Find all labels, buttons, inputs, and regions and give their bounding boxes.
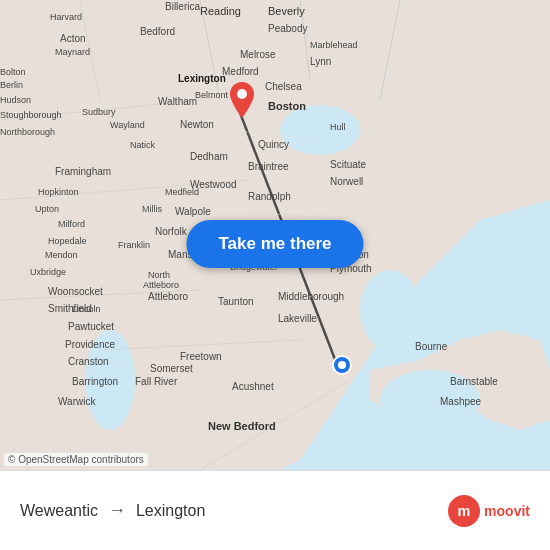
svg-text:Billerica: Billerica: [165, 1, 200, 12]
route-info: Weweantic → Lexington: [20, 500, 205, 521]
svg-text:Natick: Natick: [130, 140, 156, 150]
svg-text:Upton: Upton: [35, 204, 59, 214]
svg-text:Stoughborough: Stoughborough: [0, 110, 62, 120]
svg-text:Braintree: Braintree: [248, 161, 289, 172]
svg-text:Harvard: Harvard: [50, 12, 82, 22]
svg-text:Acton: Acton: [60, 33, 86, 44]
svg-text:Walpole: Walpole: [175, 206, 211, 217]
svg-text:Attleboro: Attleboro: [148, 291, 188, 302]
take-me-there-button[interactable]: Take me there: [186, 220, 363, 268]
svg-text:Lexington: Lexington: [178, 73, 226, 84]
svg-text:Marblehead: Marblehead: [310, 40, 358, 50]
moovit-text-label: moovit: [484, 503, 530, 519]
svg-text:Mashpee: Mashpee: [440, 396, 482, 407]
svg-text:Attleboro: Attleboro: [143, 280, 179, 290]
svg-text:m: m: [458, 502, 471, 518]
destination-label: Lexington: [136, 502, 205, 520]
svg-text:New Bedford: New Bedford: [208, 420, 276, 432]
svg-text:Middleborough: Middleborough: [278, 291, 344, 302]
svg-text:Northborough: Northborough: [0, 127, 55, 137]
svg-text:Boston: Boston: [268, 100, 306, 112]
svg-text:Mendon: Mendon: [45, 250, 78, 260]
svg-text:Fall River: Fall River: [135, 376, 178, 387]
svg-point-5: [360, 270, 420, 350]
svg-text:Lincoln: Lincoln: [72, 304, 101, 314]
svg-text:Hudson: Hudson: [0, 95, 31, 105]
svg-text:Quincy: Quincy: [258, 139, 289, 150]
svg-text:Randolph: Randolph: [248, 191, 291, 202]
reading-label: Reading: [200, 5, 241, 17]
svg-text:Bourne: Bourne: [415, 341, 448, 352]
moovit-logo: m moovit: [448, 495, 530, 527]
svg-text:Barnstable: Barnstable: [450, 376, 498, 387]
svg-text:Maynard: Maynard: [55, 47, 90, 57]
svg-text:Bolton: Bolton: [0, 67, 26, 77]
svg-text:Somerset: Somerset: [150, 363, 193, 374]
route-arrow: →: [108, 500, 126, 521]
svg-text:Wayland: Wayland: [110, 120, 145, 130]
svg-text:Hopedale: Hopedale: [48, 236, 87, 246]
svg-text:North: North: [148, 270, 170, 280]
svg-text:Taunton: Taunton: [218, 296, 254, 307]
origin-label: Weweantic: [20, 502, 98, 520]
svg-text:Medford: Medford: [222, 66, 259, 77]
svg-text:Milford: Milford: [58, 219, 85, 229]
svg-text:Providence: Providence: [65, 339, 115, 350]
svg-text:Franklin: Franklin: [118, 240, 150, 250]
svg-text:Dedham: Dedham: [190, 151, 228, 162]
svg-text:Warwick: Warwick: [58, 396, 96, 407]
bottom-bar: Weweantic → Lexington m moovit: [0, 470, 550, 550]
svg-text:Barrington: Barrington: [72, 376, 118, 387]
svg-text:Lakeville: Lakeville: [278, 313, 317, 324]
svg-text:Waltham: Waltham: [158, 96, 197, 107]
svg-text:Uxbridge: Uxbridge: [30, 267, 66, 277]
map-container: Reading Beverly Billerica Peabody Marble…: [0, 0, 550, 470]
beverly-label: Beverly: [268, 5, 305, 17]
svg-text:Acushnet: Acushnet: [232, 381, 274, 392]
svg-point-97: [338, 361, 346, 369]
svg-text:Woonsocket: Woonsocket: [48, 286, 103, 297]
svg-text:Lynn: Lynn: [310, 56, 331, 67]
svg-text:Newton: Newton: [180, 119, 214, 130]
destination-marker: [230, 82, 254, 122]
svg-text:Norwell: Norwell: [330, 176, 363, 187]
svg-text:Hopkinton: Hopkinton: [38, 187, 79, 197]
svg-point-95: [237, 89, 247, 99]
svg-point-4: [280, 105, 360, 155]
origin-marker: [332, 355, 352, 379]
svg-text:Norfolk: Norfolk: [155, 226, 188, 237]
moovit-icon-svg: m: [448, 495, 480, 527]
svg-text:Freetown: Freetown: [180, 351, 222, 362]
svg-text:Chelsea: Chelsea: [265, 81, 302, 92]
svg-text:Belmont: Belmont: [195, 90, 229, 100]
svg-text:Scituate: Scituate: [330, 159, 367, 170]
svg-text:Berlin: Berlin: [0, 80, 23, 90]
svg-text:Hull: Hull: [330, 122, 346, 132]
svg-text:Melrose: Melrose: [240, 49, 276, 60]
svg-text:Sudbury: Sudbury: [82, 107, 116, 117]
svg-text:Peabody: Peabody: [268, 23, 307, 34]
svg-text:Bedford: Bedford: [140, 26, 175, 37]
svg-text:Cranston: Cranston: [68, 356, 109, 367]
svg-text:Pawtucket: Pawtucket: [68, 321, 114, 332]
map-attribution: © OpenStreetMap contributors: [4, 453, 148, 466]
svg-text:Millis: Millis: [142, 204, 162, 214]
svg-text:Framingham: Framingham: [55, 166, 111, 177]
svg-text:Medfield: Medfield: [165, 187, 199, 197]
